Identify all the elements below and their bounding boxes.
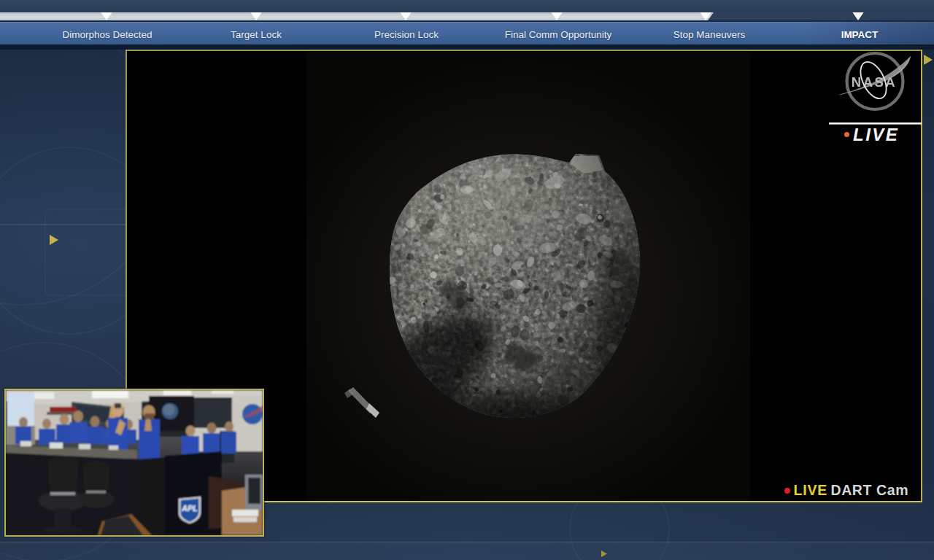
svg-text:NASA: NASA — [852, 74, 897, 90]
svg-text:LIVE: LIVE — [853, 125, 899, 144]
svg-text:APL: APL — [181, 504, 198, 513]
